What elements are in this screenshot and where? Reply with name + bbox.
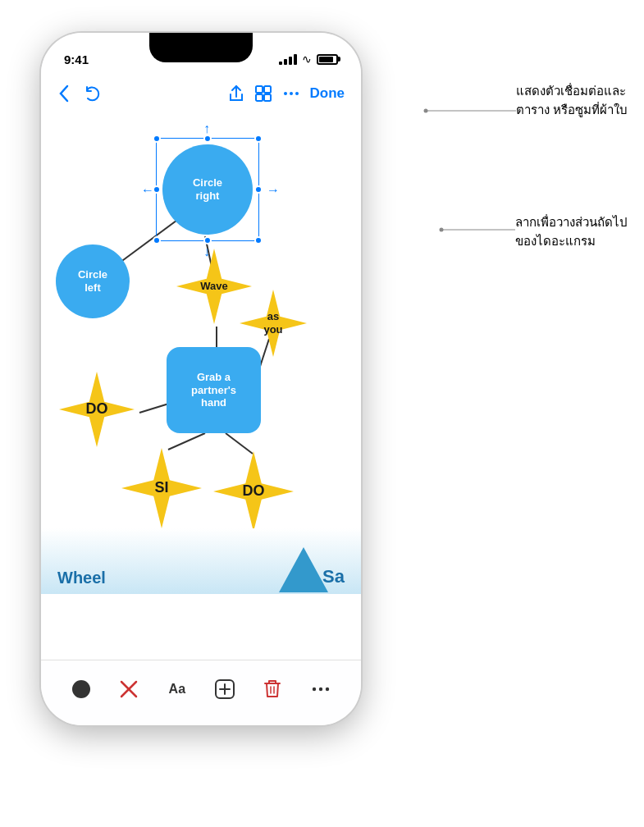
svg-point-14 [72,680,90,698]
circle-tool-button[interactable] [63,671,99,707]
handle-bl[interactable] [153,236,161,244]
svg-point-24 [326,687,329,690]
svg-point-26 [423,109,427,113]
status-icons: ∿ [279,53,338,66]
undo-button[interactable] [84,85,102,103]
svg-point-5 [290,92,293,95]
more-options-button[interactable] [303,671,339,707]
svg-rect-3 [264,94,271,101]
add-button[interactable] [207,671,243,707]
node-do1-label: DO [86,400,108,418]
bottom-toolbar: Aa [41,660,361,725]
callout-2-line [433,222,515,238]
svg-point-22 [313,687,316,690]
arrow-up: ↑ [203,121,210,136]
toolbar: Done [41,74,361,113]
node-si[interactable]: SI [121,448,202,528]
node-circle-right[interactable]: Circleright [162,144,253,235]
pen-tool-button[interactable] [111,671,147,707]
node-circle-left[interactable]: Circleleft [56,244,130,318]
sa-text: Sa [322,566,345,587]
delete-button[interactable] [254,671,290,707]
handle-mr[interactable] [254,185,263,194]
notch [149,33,253,62]
back-button[interactable] [57,85,71,103]
svg-rect-1 [264,86,271,93]
node-as-you-label: asyou [263,310,282,336]
handle-bm[interactable] [203,236,212,244]
handle-tl[interactable] [153,135,161,143]
handle-br[interactable] [254,236,263,244]
grid-button[interactable] [254,85,272,103]
node-do2-label: DO [243,482,265,500]
blue-triangle [279,547,328,592]
signal-icon [279,54,297,65]
callout-2: ลากเพื่อวางส่วนถัดไปของไดอะแกรม [515,213,628,250]
arrow-right: → [267,183,280,198]
canvas-area[interactable]: Circleright ← → ↑ ↓ Circleleft Wave [41,113,361,660]
node-wave-label: Wave [200,280,227,293]
svg-point-6 [295,92,299,95]
svg-line-11 [168,433,205,450]
callout-1-text: แสดงตัวเชื่อมต่อและตาราง หรือซูมที่ผ้าใบ [516,82,628,119]
svg-rect-0 [256,86,263,93]
toolbar-right: Done [228,85,345,103]
text-button[interactable]: Aa [159,671,195,707]
done-button[interactable]: Done [310,85,345,102]
node-do2[interactable]: DO [213,451,294,532]
wifi-icon: ∿ [302,53,312,66]
arrow-left: ← [141,183,154,198]
callout-1: แสดงตัวเชื่อมต่อและตาราง หรือซูมที่ผ้าใบ [516,82,628,119]
wheel-text: Wheel [57,569,106,587]
node-circle-right-label: Circleright [193,176,222,202]
node-grab-label: Grab apartner'shand [191,371,236,409]
status-time: 9:41 [64,53,89,66]
svg-rect-2 [256,94,263,101]
battery-icon [317,54,338,65]
node-circle-left-label: Circleleft [78,268,107,294]
node-grab[interactable]: Grab apartner'shand [167,347,261,433]
callout-1-line [418,98,516,123]
svg-point-28 [440,228,444,232]
svg-point-23 [319,687,322,690]
svg-point-4 [284,92,287,95]
text-tool-label: Aa [169,682,185,697]
callout-2-text: ลากเพื่อวางส่วนถัดไปของไดอะแกรม [515,213,628,250]
handle-tr[interactable] [254,135,263,143]
phone-frame: 9:41 ∿ [41,33,361,725]
more-button[interactable] [282,85,300,103]
share-button[interactable] [228,85,244,103]
node-si-label: SI [154,479,168,497]
toolbar-left [57,85,102,103]
node-do1[interactable]: DO [59,372,135,447]
